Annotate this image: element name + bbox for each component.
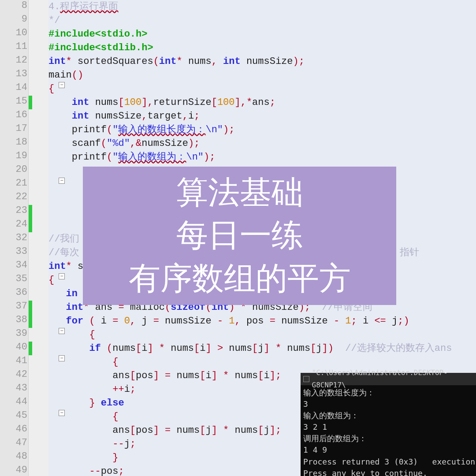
code-line[interactable]: int numsSize,target,i; xyxy=(48,109,200,123)
code-line[interactable]: } xyxy=(48,451,118,465)
code-line[interactable]: int* sortedSquares(int* nums, int numsSi… xyxy=(48,55,305,68)
code-line[interactable]: main() xyxy=(48,68,83,82)
line-number: 40 xyxy=(0,342,27,353)
line-number: 46 xyxy=(0,424,27,435)
line-number: 36 xyxy=(0,287,27,298)
line-number: 17 xyxy=(0,123,27,134)
line-number: 15 xyxy=(0,96,27,107)
code-line[interactable]: #include<stdio.h> xyxy=(48,27,147,41)
line-number: 35 xyxy=(0,273,27,284)
code-line[interactable]: { xyxy=(48,273,54,287)
code-line[interactable]: { xyxy=(48,328,95,342)
line-number: 38 xyxy=(0,314,27,325)
line-number: 32 xyxy=(0,232,27,243)
banner-line-3: 有序数组的平方 xyxy=(129,257,351,300)
console-window[interactable]: "C:\Users\Administrator.DESKTOP-G8CNP17\… xyxy=(301,373,476,476)
line-number: 34 xyxy=(0,260,27,271)
line-number: 37 xyxy=(0,301,27,312)
line-number: 24 xyxy=(0,219,27,230)
code-line[interactable]: if (nums[i] * nums[i] > nums[j] * nums[j… xyxy=(48,342,452,355)
line-number: 8 xyxy=(0,0,27,11)
code-line[interactable]: --pos; xyxy=(48,465,124,476)
line-number: 18 xyxy=(0,137,27,148)
line-number: 21 xyxy=(0,178,27,189)
change-marker xyxy=(29,96,32,109)
code-line[interactable]: ans[pos] = nums[j] * nums[j]; xyxy=(48,424,281,437)
change-marker xyxy=(29,301,32,314)
banner-line-2: 每日一练 xyxy=(176,214,303,257)
code-line[interactable]: scanf("%d",&numsSize); xyxy=(48,137,200,150)
console-icon xyxy=(303,376,309,382)
line-number: 12 xyxy=(0,55,27,66)
console-output: 输入的数组长度为： 3 输入的数组为： 3 2 1 调用后的数组为： 1 4 9… xyxy=(301,385,476,476)
line-number: 22 xyxy=(0,191,27,202)
line-number: 39 xyxy=(0,328,27,339)
line-number: 41 xyxy=(0,355,27,366)
line-number: 20 xyxy=(0,164,27,175)
code-line[interactable]: --j; xyxy=(48,437,136,451)
code-line[interactable]: //我们 xyxy=(48,232,79,246)
change-marker xyxy=(29,205,32,219)
code-line[interactable]: } else xyxy=(48,396,124,410)
line-number: 49 xyxy=(0,465,27,476)
banner-line-1: 算法基础 xyxy=(176,171,303,214)
line-number: 44 xyxy=(0,396,27,407)
code-line[interactable]: { xyxy=(48,82,54,96)
code-line[interactable]: in xyxy=(48,287,78,301)
change-marker xyxy=(29,219,32,232)
line-number: 33 xyxy=(0,246,27,257)
code-line[interactable]: #include<stdlib.h> xyxy=(48,41,153,55)
console-titlebar: "C:\Users\Administrator.DESKTOP-G8CNP17\ xyxy=(301,373,476,385)
code-line[interactable]: printf("输入的数组为：\n"); xyxy=(48,150,215,164)
line-number: 16 xyxy=(0,109,27,120)
code-line[interactable]: int nums[100],returnSize[100],*ans; xyxy=(48,96,275,109)
line-number: 19 xyxy=(0,150,27,161)
line-number: 42 xyxy=(0,369,27,380)
code-line[interactable]: */ xyxy=(48,14,60,27)
line-number: 13 xyxy=(0,68,27,79)
line-number-gutter: 8910111213141516171819202122232432333435… xyxy=(0,0,29,476)
code-line[interactable]: for ( i = 0, j = numsSize - 1, pos = num… xyxy=(48,314,409,328)
overlay-banner: 算法基础 每日一练 有序数组的平方 xyxy=(83,167,396,305)
change-marker xyxy=(29,342,32,355)
code-line[interactable]: ++i; xyxy=(48,383,136,396)
code-line[interactable]: ans[pos] = nums[i] * nums[i]; xyxy=(48,369,281,383)
line-number: 11 xyxy=(0,41,27,52)
fold-margin: −−−−−− xyxy=(29,0,48,476)
code-line[interactable]: { xyxy=(48,410,118,424)
code-line[interactable]: int* s xyxy=(48,260,83,273)
line-number: 48 xyxy=(0,451,27,462)
line-number: 14 xyxy=(0,82,27,93)
line-number: 45 xyxy=(0,410,27,421)
line-number: 9 xyxy=(0,14,27,25)
code-line[interactable]: printf("输入的数组长度为：\n"); xyxy=(48,123,234,137)
code-line[interactable]: { xyxy=(48,355,118,369)
change-marker xyxy=(29,314,32,328)
line-number: 23 xyxy=(0,205,27,216)
line-number: 43 xyxy=(0,383,27,394)
code-line[interactable]: 4.程序运行界面 xyxy=(48,0,118,14)
line-number: 10 xyxy=(0,27,27,38)
line-number: 47 xyxy=(0,437,27,448)
